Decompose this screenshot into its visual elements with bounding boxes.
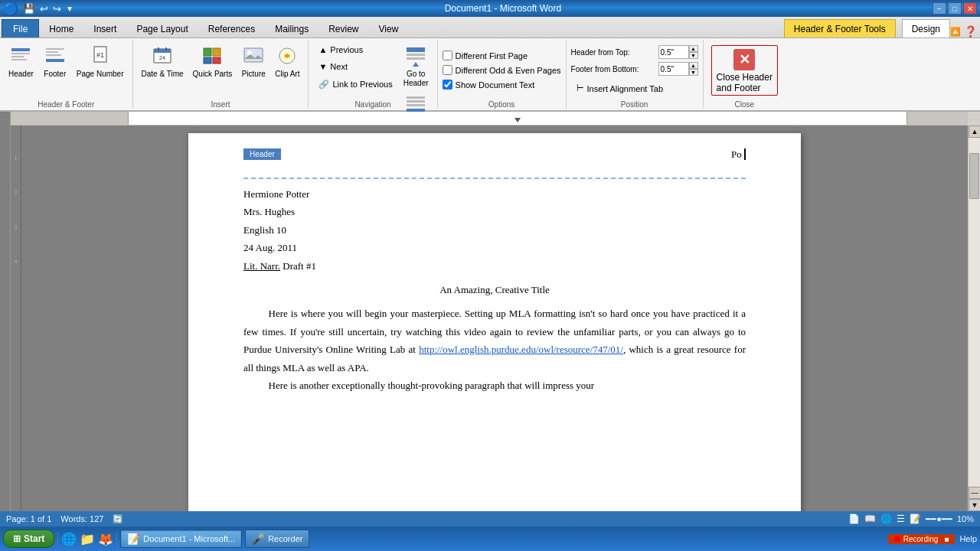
header-from-top-up[interactable]: ▲ xyxy=(689,45,698,52)
svg-rect-4 xyxy=(46,48,64,50)
taskbar-recorder-item[interactable]: 🎤 Recorder xyxy=(245,530,309,548)
svg-text:#1: #1 xyxy=(96,51,104,59)
page-number-icon: #1 xyxy=(88,44,113,68)
svg-marker-25 xyxy=(413,62,419,67)
previous-button[interactable]: ▲ Previous xyxy=(313,43,397,57)
clip-art-label: Clip Art xyxy=(275,70,299,79)
left-margin-ruler xyxy=(0,112,11,511)
taskbar-word-label: Document1 - Microsoft... xyxy=(143,534,235,543)
go-to-header-button[interactable]: Go toHeader xyxy=(400,41,433,90)
view-draft-icon[interactable]: 📝 xyxy=(910,514,921,524)
tab-mailings[interactable]: Mailings xyxy=(265,19,318,37)
tab-design[interactable]: Design xyxy=(902,19,950,37)
header-from-top-down[interactable]: ▼ xyxy=(689,52,698,59)
scroll-split-btn[interactable]: — xyxy=(969,487,980,499)
svg-point-20 xyxy=(247,51,252,55)
different-odd-even-label: Different Odd & Even Pages xyxy=(456,66,561,75)
footer-from-bottom-input[interactable] xyxy=(658,62,689,76)
show-document-text-checkbox[interactable] xyxy=(443,80,452,90)
link-to-previous-button[interactable]: 🔗 Link to Previous xyxy=(313,77,397,92)
track-changes-icon[interactable]: 🔄 xyxy=(113,514,123,524)
tab-file[interactable]: File xyxy=(2,19,39,37)
taskbar-folder-icon[interactable]: 📁 xyxy=(80,532,95,546)
svg-rect-5 xyxy=(46,51,58,53)
purdue-owl-link[interactable]: http://owl.english.purdue.edu/owl/resour… xyxy=(419,344,623,355)
page-status: Page: 1 of 1 xyxy=(6,514,51,523)
close-button[interactable]: ✕ xyxy=(963,2,977,15)
picture-button[interactable]: Picture xyxy=(237,41,270,81)
document-page[interactable]: Header Po Hermione Potter Mrs. Hughes En… xyxy=(188,133,801,511)
quick-access-undo[interactable]: ↩ xyxy=(40,3,48,15)
quick-access-save[interactable]: 💾 xyxy=(23,3,35,15)
page-status-text: Page: 1 of 1 xyxy=(6,514,51,523)
ribbon-group-navigation: ▲ Previous ▼ Next 🔗 Link to Previous xyxy=(309,40,437,109)
tab-view[interactable]: View xyxy=(369,19,409,37)
different-odd-even-option[interactable]: Different Odd & Even Pages xyxy=(443,65,561,75)
footer-button[interactable]: Footer xyxy=(39,41,71,81)
insert-alignment-tab-button[interactable]: ⊢ Insert Alignment Tab xyxy=(571,81,668,96)
show-document-text-label: Show Document Text xyxy=(456,80,535,90)
different-first-page-checkbox[interactable] xyxy=(443,51,452,60)
page-number-label: Page Number xyxy=(77,70,124,79)
insert-alignment-tab-label: Insert Alignment Tab xyxy=(587,84,663,93)
header-label-tag: Header xyxy=(243,148,281,160)
start-button[interactable]: ⊞ Start xyxy=(3,530,54,548)
footer-from-bottom-up[interactable]: ▲ xyxy=(689,62,698,69)
page-number-button[interactable]: #1 Page Number xyxy=(73,41,128,81)
tab-page-layout[interactable]: Page Layout xyxy=(126,19,198,37)
quick-access-more[interactable]: ▼ xyxy=(66,5,74,13)
header-text[interactable]: Po xyxy=(731,148,742,160)
tab-review[interactable]: Review xyxy=(318,19,368,37)
view-print-icon[interactable]: 📄 xyxy=(848,514,860,524)
tab-insert[interactable]: Insert xyxy=(83,19,126,37)
minimize-button[interactable]: − xyxy=(933,2,946,15)
help-btn[interactable]: ❓ xyxy=(964,25,977,37)
scroll-up-arrow[interactable]: ▲ xyxy=(969,126,980,138)
page-header-area[interactable]: Header Po xyxy=(243,148,746,179)
recording-dot xyxy=(894,536,900,542)
scroll-down-arrow[interactable]: ▼ xyxy=(969,499,980,511)
header-content[interactable]: Po xyxy=(243,148,746,161)
view-web-icon[interactable]: 🌐 xyxy=(880,514,892,524)
author-line: Hermione Potter xyxy=(243,185,746,203)
recording-label: Recording xyxy=(903,535,939,543)
app: 🔵 💾 ↩ ↪ ▼ Document1 - Microsoft Word − □… xyxy=(0,0,980,551)
recording-stop-btn[interactable]: ■ xyxy=(944,535,949,543)
svg-rect-11 xyxy=(154,49,171,53)
taskbar-firefox-icon[interactable]: 🦊 xyxy=(98,532,113,546)
quick-parts-button[interactable]: Quick Parts xyxy=(189,41,237,81)
view-outline-icon[interactable]: ☰ xyxy=(897,514,905,524)
document-body[interactable]: Hermione Potter Mrs. Hughes English 10 2… xyxy=(243,185,746,394)
header-from-top-input[interactable] xyxy=(658,45,689,59)
footer-icon xyxy=(43,44,67,68)
link-to-previous-icon: 🔗 xyxy=(318,80,329,90)
vertical-scrollbar[interactable]: ▲ — ▼ xyxy=(968,126,980,511)
tab-header-footer-tools[interactable]: Header & Footer Tools xyxy=(784,19,896,37)
date-time-label: Date & Time xyxy=(142,70,184,79)
teacher-line: Mrs. Hughes xyxy=(243,203,746,220)
maximize-button[interactable]: □ xyxy=(948,2,962,15)
different-first-page-option[interactable]: Different First Page xyxy=(443,51,528,60)
tab-references[interactable]: References xyxy=(198,19,265,37)
close-header-footer-button[interactable]: ✕ Close Headerand Footer xyxy=(711,45,778,96)
next-button[interactable]: ▼ Next xyxy=(313,60,397,73)
date-time-button[interactable]: 24 Date & Time xyxy=(138,41,188,81)
show-document-text-option[interactable]: Show Document Text xyxy=(443,80,535,90)
view-full-reading-icon[interactable]: 📖 xyxy=(864,514,876,524)
ruler xyxy=(11,112,968,126)
taskbar-ie-icon[interactable]: 🌐 xyxy=(61,532,77,546)
clip-art-button[interactable]: Clip Art xyxy=(271,41,303,81)
scroll-thumb[interactable] xyxy=(969,153,979,199)
taskbar-word-item[interactable]: 📝 Document1 - Microsoft... xyxy=(120,530,242,548)
different-odd-even-checkbox[interactable] xyxy=(443,65,452,75)
footer-from-bottom-down[interactable]: ▼ xyxy=(689,69,698,76)
ribbon-collapse-btn[interactable]: 🔼 xyxy=(950,27,961,37)
scroll-track[interactable] xyxy=(969,138,980,487)
svg-rect-18 xyxy=(213,57,220,64)
header-button[interactable]: Header xyxy=(5,41,38,81)
zoom-slider[interactable]: ━━●━━ xyxy=(926,514,952,524)
word-count-text: Words: 127 xyxy=(60,514,103,523)
quick-access-redo[interactable]: ↪ xyxy=(53,3,61,15)
status-right: 📄 📖 🌐 ☰ 📝 ━━●━━ 10% xyxy=(848,514,974,524)
tab-home[interactable]: Home xyxy=(39,19,83,37)
